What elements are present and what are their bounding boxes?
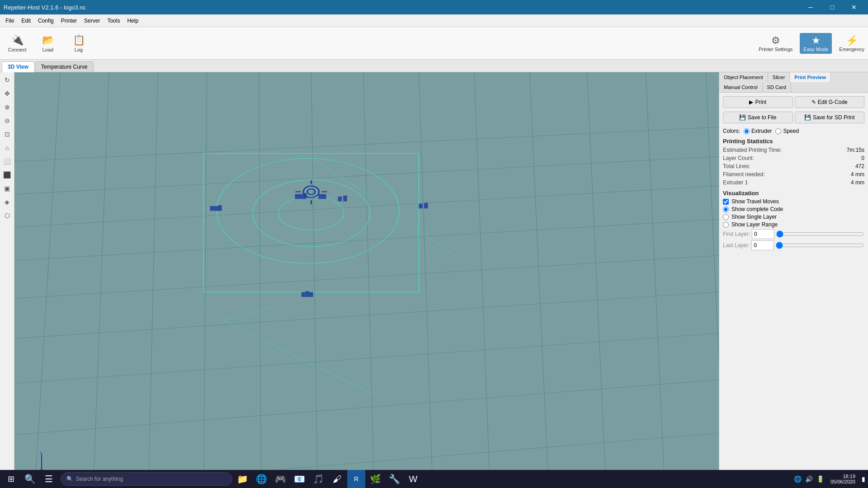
last-layer-label: Last Layer: xyxy=(723,242,750,249)
taskbar-app1[interactable]: R xyxy=(347,470,365,488)
speed-radio-group[interactable]: Speed xyxy=(775,128,799,134)
last-layer-row: Last Layer: xyxy=(723,240,864,250)
print-button[interactable]: ▶ Print xyxy=(723,96,793,108)
menu-file[interactable]: File xyxy=(2,16,18,26)
show-travel-moves-checkbox[interactable] xyxy=(723,199,729,205)
extruder1-row: Extruder 1 4 mm xyxy=(723,179,864,186)
filament-needed-row: Filament needed: 4 mm xyxy=(723,171,864,178)
taskbar-app2[interactable]: 🌿 xyxy=(366,470,384,488)
show-travel-moves-option[interactable]: Show Travel Moves xyxy=(723,198,864,205)
show-complete-code-option[interactable]: Show complete Code xyxy=(723,206,864,212)
first-layer-row: First Layer: xyxy=(723,229,864,239)
move-icon[interactable]: ✥ xyxy=(1,88,13,99)
tab-manual-control[interactable]: Manual Control xyxy=(719,82,763,92)
minimize-button[interactable]: ─ xyxy=(800,0,821,14)
taskbar-steam[interactable]: 🎮 xyxy=(271,470,289,488)
filament-needed-value: 4 mm xyxy=(851,171,864,178)
rotate-icon[interactable]: ↻ xyxy=(1,74,13,86)
fit-icon[interactable]: ⊡ xyxy=(1,128,13,140)
easy-mode-icon: ★ xyxy=(811,35,821,47)
printer-settings-icon: ⚙ xyxy=(771,35,780,47)
menu-printer[interactable]: Printer xyxy=(57,16,80,26)
last-layer-input[interactable] xyxy=(751,240,774,250)
show-single-layer-label: Show Single Layer xyxy=(731,214,777,220)
show-complete-code-radio[interactable] xyxy=(723,206,729,212)
taskbar-edge[interactable]: 🌐 xyxy=(252,470,270,488)
show-single-layer-radio[interactable] xyxy=(723,214,729,220)
taskbar-illustrator[interactable]: 🖌 xyxy=(328,470,346,488)
tab-print-preview[interactable]: Print Preview xyxy=(790,72,831,82)
show-single-layer-option[interactable]: Show Single Layer xyxy=(723,214,864,220)
taskbar-groove[interactable]: 🎵 xyxy=(309,470,327,488)
taskbar-search-bar[interactable]: 🔍 Search for anything xyxy=(61,472,232,486)
main-area: ↻ ✥ ⊕ ⊖ ⊡ ⌂ ⬜ ⬛ ▣ ◈ ⬡ xyxy=(0,72,868,488)
svg-rect-40 xyxy=(218,205,222,211)
volume-icon[interactable]: 🔊 xyxy=(804,475,814,483)
taskbar-task-view[interactable]: ☰ xyxy=(40,470,58,488)
first-layer-slider[interactable] xyxy=(776,230,864,238)
last-layer-slider[interactable] xyxy=(776,242,864,249)
connect-button[interactable]: 🔌 Connect xyxy=(4,30,31,57)
menu-config[interactable]: Config xyxy=(34,16,57,26)
svg-rect-41 xyxy=(295,194,299,199)
svg-rect-52 xyxy=(424,203,428,209)
printer-settings-button[interactable]: ⚙ Printer Settings xyxy=(759,35,793,52)
easy-mode-button[interactable]: ★ Easy Mode xyxy=(800,33,832,54)
filament-needed-label: Filament needed: xyxy=(723,171,765,178)
total-lines-value: 472 xyxy=(855,163,864,169)
taskbar-word[interactable]: W xyxy=(404,470,422,488)
tab-sd-card[interactable]: SD Card xyxy=(763,82,791,92)
emergency-button[interactable]: ⚡ Emergency xyxy=(839,35,864,52)
menu-server[interactable]: Server xyxy=(80,16,104,26)
log-button[interactable]: 📋 Log xyxy=(65,30,92,57)
show-desktop-button[interactable]: ▮ xyxy=(861,475,866,483)
tab-temperature-curve[interactable]: Temperature Curve xyxy=(35,61,94,72)
tab-object-placement[interactable]: Object Placement xyxy=(719,72,768,82)
taskbar-file-explorer[interactable]: 📁 xyxy=(233,470,251,488)
home-icon[interactable]: ⌂ xyxy=(1,142,13,154)
battery-icon[interactable]: 🔋 xyxy=(816,475,825,483)
tab-slicer[interactable]: Slicer xyxy=(768,72,790,82)
view-3d-icon[interactable]: ◈ xyxy=(1,196,13,208)
3d-viewport[interactable]: X Y Z xyxy=(14,72,719,488)
toolbar-right: ⚙ Printer Settings ★ Easy Mode ⚡ Emergen… xyxy=(759,33,864,54)
colors-row: Colors: Extruder Speed xyxy=(723,128,864,134)
view-front-icon[interactable]: ⬜ xyxy=(1,155,13,167)
menu-help[interactable]: Help xyxy=(123,16,142,26)
load-button[interactable]: 📂 Load xyxy=(34,30,61,57)
menu-tools[interactable]: Tools xyxy=(104,16,123,26)
extruder-radio[interactable] xyxy=(744,128,750,134)
save-for-sd-button[interactable]: 💾 Save for SD Print xyxy=(795,112,865,123)
clock[interactable]: 18:19 05/06/2020 xyxy=(827,474,859,484)
view-side-icon[interactable]: ▣ xyxy=(1,183,13,194)
first-layer-input[interactable] xyxy=(752,229,774,239)
extruder-radio-label: Extruder xyxy=(751,128,772,134)
svg-rect-49 xyxy=(305,291,309,297)
emergency-label: Emergency xyxy=(839,47,864,52)
taskbar-app3[interactable]: 🔧 xyxy=(385,470,403,488)
time-display: 18:19 xyxy=(830,474,855,479)
svg-rect-47 xyxy=(343,196,347,202)
edit-gcode-button[interactable]: ✎ Edit G-Code xyxy=(795,96,865,108)
menu-edit[interactable]: Edit xyxy=(18,16,34,26)
maximize-button[interactable]: □ xyxy=(822,0,843,14)
save-to-file-label: Save to File xyxy=(748,114,776,121)
view-iso-icon[interactable]: ⬡ xyxy=(1,210,13,221)
taskbar-outlook[interactable]: 📧 xyxy=(290,470,308,488)
start-button[interactable]: ⊞ xyxy=(2,470,20,488)
close-button[interactable]: ✕ xyxy=(844,0,864,14)
extruder-radio-group[interactable]: Extruder xyxy=(744,128,772,134)
network-icon[interactable]: 🌐 xyxy=(793,475,802,483)
taskbar-search-button[interactable]: 🔍 xyxy=(21,470,39,488)
speed-radio[interactable] xyxy=(775,128,781,134)
svg-rect-51 xyxy=(419,204,423,209)
printer-settings-label: Printer Settings xyxy=(759,47,793,52)
save-to-file-button[interactable]: 💾 Save to File xyxy=(723,112,793,123)
zoom-out-icon[interactable]: ⊖ xyxy=(1,115,13,127)
show-layer-range-option[interactable]: Show Layer Range xyxy=(723,221,864,228)
zoom-in-icon[interactable]: ⊕ xyxy=(1,101,13,113)
view-top-icon[interactable]: ⬛ xyxy=(1,169,13,181)
show-layer-range-radio[interactable] xyxy=(723,222,729,228)
printing-statistics-header: Printing Statistics xyxy=(723,138,864,145)
tab-3d-view[interactable]: 3D View xyxy=(2,61,34,72)
